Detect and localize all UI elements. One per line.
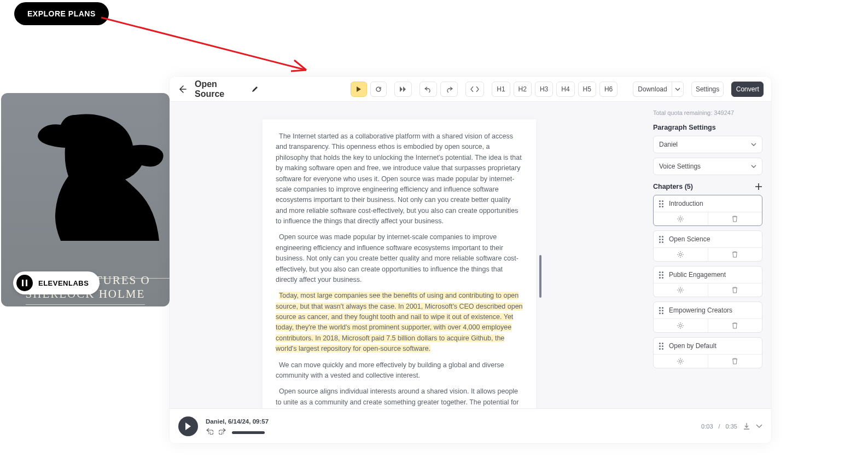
svg-text:10: 10 bbox=[221, 431, 224, 435]
heading-h1[interactable]: H1 bbox=[492, 82, 510, 97]
svg-point-6 bbox=[679, 360, 681, 362]
heading-h4[interactable]: H4 bbox=[556, 82, 574, 97]
player-seek-fill[interactable] bbox=[232, 431, 265, 434]
chapter-settings-button[interactable] bbox=[654, 355, 708, 368]
topbar: Open Source bbox=[170, 77, 771, 102]
chapter-item-open-science[interactable]: Open Science bbox=[653, 230, 762, 262]
skip-button[interactable] bbox=[394, 82, 412, 97]
download-menu-button[interactable] bbox=[672, 82, 684, 97]
chapter-delete-button[interactable] bbox=[708, 283, 762, 297]
chapter-settings-button[interactable] bbox=[654, 212, 708, 225]
redo-button[interactable] bbox=[440, 82, 458, 97]
voice-settings-label: Voice Settings bbox=[659, 163, 701, 170]
player-play-button[interactable] bbox=[178, 416, 198, 436]
doc-para-1: The Internet started as a collaborative … bbox=[276, 131, 523, 227]
chapter-delete-button[interactable] bbox=[708, 355, 762, 368]
chapter-item-open-by-default[interactable]: Open by Default bbox=[653, 337, 762, 368]
pause-icon bbox=[16, 275, 33, 291]
doc-para-4: We can move quickly and more effectively… bbox=[276, 360, 523, 381]
chapter-delete-button[interactable] bbox=[708, 248, 762, 261]
svg-point-4 bbox=[679, 289, 681, 291]
chevron-down-icon bbox=[751, 165, 756, 168]
doc-para-2: Open source was made popular by internet… bbox=[276, 232, 523, 285]
arrow-annotation bbox=[98, 11, 317, 82]
heading-h6[interactable]: H6 bbox=[599, 82, 617, 97]
document[interactable]: The Internet started as a collaborative … bbox=[263, 119, 536, 408]
paragraph-settings-title: Paragraph Settings bbox=[653, 124, 762, 131]
add-chapter-button[interactable] bbox=[755, 183, 762, 190]
play-button[interactable] bbox=[351, 82, 367, 97]
chapter-label: Open by Default bbox=[669, 342, 716, 350]
chevron-down-icon bbox=[751, 143, 756, 146]
explore-plans-button[interactable]: EXPLORE PLANS bbox=[14, 2, 109, 25]
chapter-item-public-engagement[interactable]: Public Engagement bbox=[653, 266, 762, 297]
player-rewind-button[interactable]: 10 bbox=[206, 427, 213, 435]
side-panel: Total quota remaining: 349247 Paragraph … bbox=[653, 102, 771, 408]
heading-group: H1 H2 H3 H4 H5 H6 bbox=[492, 82, 617, 97]
svg-point-5 bbox=[679, 325, 681, 327]
player-bar: Daniel, 6/14/24, 09:57 10 10 0:03 / 0:35 bbox=[170, 408, 771, 443]
chapter-label: Public Engagement bbox=[669, 271, 726, 279]
chapter-item-introduction[interactable]: Introduction bbox=[653, 195, 762, 226]
chapter-settings-button[interactable] bbox=[654, 319, 708, 332]
heading-h2[interactable]: H2 bbox=[514, 82, 532, 97]
svg-rect-0 bbox=[22, 280, 24, 286]
book-play-pill[interactable]: ELEVENLABS bbox=[13, 271, 100, 294]
convert-button[interactable]: Convert bbox=[731, 82, 764, 97]
page-title: Open Source bbox=[195, 79, 247, 99]
svg-text:10: 10 bbox=[208, 431, 211, 435]
app-panel: Open Source bbox=[170, 77, 771, 443]
player-download-icon[interactable] bbox=[743, 423, 750, 430]
drag-handle-icon[interactable] bbox=[659, 271, 665, 278]
doc-scroll-thumb[interactable] bbox=[539, 255, 541, 298]
quota-text: Total quota remaining: 349247 bbox=[653, 109, 762, 116]
chapter-settings-button[interactable] bbox=[654, 283, 708, 297]
chapter-item-empowering-creators[interactable]: Empowering Creators bbox=[653, 302, 762, 333]
drag-handle-icon[interactable] bbox=[659, 200, 665, 207]
player-forward-button[interactable]: 10 bbox=[219, 427, 226, 435]
player-time-sep: / bbox=[719, 423, 720, 430]
chapter-label: Empowering Creators bbox=[669, 306, 732, 314]
book-play-label: ELEVENLABS bbox=[38, 279, 89, 287]
chapters-heading: Chapters (5) bbox=[653, 183, 693, 190]
player-meta: Daniel, 6/14/24, 09:57 bbox=[206, 418, 269, 425]
heading-h5[interactable]: H5 bbox=[578, 82, 596, 97]
back-button[interactable] bbox=[177, 84, 187, 94]
doc-para-5: Open source aligns individual interests … bbox=[276, 386, 523, 408]
book-card: THE ADVENTURES O SHERLOCK HOLME ARTHUR C… bbox=[1, 93, 170, 306]
svg-rect-1 bbox=[26, 280, 27, 286]
drag-handle-icon[interactable] bbox=[659, 343, 665, 349]
chapter-label: Introduction bbox=[669, 200, 703, 207]
doc-para-highlight: Today, most large companies see the bene… bbox=[276, 291, 523, 354]
voice-select[interactable]: Daniel bbox=[653, 136, 762, 153]
heading-h3[interactable]: H3 bbox=[535, 82, 553, 97]
sherlock-silhouette bbox=[23, 99, 165, 241]
player-time-current: 0:03 bbox=[701, 423, 713, 430]
chapter-settings-button[interactable] bbox=[654, 248, 708, 261]
download-button[interactable]: Download bbox=[633, 82, 671, 97]
svg-point-3 bbox=[679, 253, 681, 256]
chapter-delete-button[interactable] bbox=[708, 212, 762, 225]
refresh-button[interactable] bbox=[370, 82, 387, 97]
code-button[interactable] bbox=[465, 82, 484, 97]
chapter-label: Open Science bbox=[669, 235, 710, 243]
drag-handle-icon[interactable] bbox=[659, 307, 665, 314]
voice-settings-select[interactable]: Voice Settings bbox=[653, 158, 762, 175]
player-collapse-icon[interactable] bbox=[756, 424, 762, 429]
drag-handle-icon[interactable] bbox=[659, 236, 665, 242]
svg-point-2 bbox=[679, 218, 681, 220]
edit-title-icon[interactable] bbox=[251, 85, 259, 93]
player-time-total: 0:35 bbox=[726, 423, 737, 430]
voice-select-value: Daniel bbox=[659, 141, 678, 148]
settings-button[interactable]: Settings bbox=[691, 82, 724, 97]
chapter-delete-button[interactable] bbox=[708, 319, 762, 332]
undo-button[interactable] bbox=[420, 82, 437, 97]
